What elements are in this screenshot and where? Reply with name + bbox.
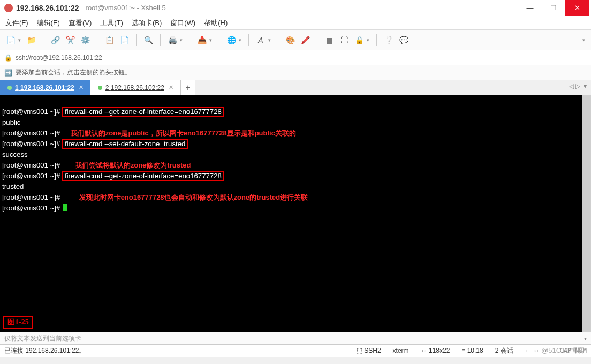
status-connection: 已连接 192.168.26.101:22。 (4, 346, 85, 355)
disconnect-icon[interactable]: ✂️ (64, 34, 77, 47)
terminal-scrollbar[interactable] (582, 95, 591, 332)
tab-nav-icon[interactable]: ◁ ▷ (569, 82, 580, 90)
toolbar: 📄▾ 📁 🔗 ✂️ ⚙️ 📋 📄 🔍 🖨️▾ 📥▾ 🌐▾ A▾ 🎨 🖍️ ▦ ⛶… (0, 30, 591, 50)
tab-close-icon[interactable]: ✕ (79, 84, 84, 91)
prompt: [root@vms001 ~]# (2, 204, 62, 212)
window-controls: — ☐ ✕ (518, 0, 589, 16)
annotation: 我们尝试将默认的zone修改为trusted (75, 161, 191, 169)
status-bar: 已连接 192.168.26.101:22。 ⬚ SSH2 xterm ↔ 11… (0, 345, 591, 357)
hint-bar: ➡️ 要添加当前会话，点击左侧的箭头按钮。 (0, 65, 591, 80)
output-line: trusted (2, 183, 24, 191)
status-session-count: 2 (495, 347, 499, 354)
tab-session-1[interactable]: 1 192.168.26.101:22 ✕ (0, 80, 90, 95)
menu-tabs[interactable]: 选项卡(B) (132, 18, 162, 28)
prompt: [root@vms001 ~]# (2, 193, 62, 201)
tab-label: 192.168.26.101:22 (20, 84, 74, 92)
tab-close-icon[interactable]: ✕ (169, 84, 173, 91)
prompt: [root@vms001 ~]# (2, 172, 62, 180)
separator (376, 34, 377, 46)
menu-edit[interactable]: 编辑(E) (37, 18, 60, 28)
tab-index: 2 (105, 84, 109, 92)
title-sub: root@vms001:~ - Xshell 5 (86, 4, 166, 12)
dropdown-icon[interactable]: ▾ (18, 37, 22, 43)
lock-icon[interactable]: 🔒 (353, 34, 366, 47)
highlight-icon[interactable]: 🖍️ (299, 34, 312, 47)
arrow-hint-icon[interactable]: ➡️ (4, 69, 12, 77)
status-size: 118x22 (429, 347, 450, 354)
compose-bar[interactable]: 仅将文本发送到当前选项卡 ▾ (0, 332, 591, 345)
toolbar-overflow-icon[interactable]: ▾ (582, 37, 587, 43)
prompt: [root@vms001 ~]# (2, 129, 62, 137)
properties-icon[interactable]: ⚙️ (79, 34, 92, 47)
status-session-nav[interactable]: ← ↔ → (525, 347, 548, 354)
status-dot-icon (98, 86, 102, 90)
fullscreen-icon[interactable]: ⛶ (338, 34, 351, 47)
status-term: xterm (393, 347, 409, 354)
close-button[interactable]: ✕ (565, 0, 589, 16)
copy-icon[interactable]: 📋 (103, 34, 116, 47)
status-cursor: 10,18 (467, 347, 483, 354)
transfer-icon[interactable]: 📥 (195, 34, 208, 47)
search-icon[interactable]: 🔍 (142, 34, 155, 47)
tab-strip: 1 192.168.26.101:22 ✕ 2 192.168.26.102:2… (0, 80, 591, 95)
print-icon[interactable]: 🖨️ (166, 34, 179, 47)
output-line: success (2, 150, 28, 158)
tab-menu-icon[interactable]: ▾ (584, 82, 587, 90)
size-icon: ↔ (421, 347, 427, 354)
app-icon (4, 4, 13, 12)
separator (160, 34, 161, 46)
status-protocol: SSH2 (364, 347, 381, 354)
menu-window[interactable]: 窗口(W) (170, 18, 195, 28)
maximize-button[interactable]: ☐ (542, 0, 565, 16)
titlebar: 192.168.26.101:22 root@vms001:~ - Xshell… (0, 0, 591, 16)
separator (317, 34, 317, 46)
proto-icon: ⬚ (357, 347, 362, 354)
minimize-button[interactable]: — (518, 0, 542, 16)
command-boxed: firewall-cmd --get-zone-of-interface=eno… (62, 107, 224, 117)
prompt: [root@vms001 ~]# (2, 108, 62, 116)
prompt: [root@vms001 ~]# (2, 140, 62, 148)
status-dot-icon (7, 86, 12, 90)
separator (43, 34, 43, 46)
terminal-area[interactable]: [root@vms001 ~]# firewall-cmd --get-zone… (0, 95, 591, 332)
chat-icon[interactable]: 💬 (397, 34, 410, 47)
new-session-icon[interactable]: 📄 (4, 34, 17, 47)
separator (248, 34, 249, 46)
open-session-icon[interactable]: 📁 (25, 34, 37, 47)
menu-file[interactable]: 文件(F) (5, 18, 28, 28)
font-icon[interactable]: A (254, 34, 267, 47)
hint-text: 要添加当前会话，点击左侧的箭头按钮。 (16, 68, 131, 77)
compose-placeholder: 仅将文本发送到当前选项卡 (4, 334, 81, 343)
address-bar[interactable]: 🔒 ssh://root@192.168.26.101:22 (0, 50, 591, 65)
ssh-lock-icon: 🔒 (4, 54, 12, 62)
annotation: 发现此时网卡eno16777728也会自动和修改为默认zone的trusted进… (79, 193, 308, 201)
tab-add-button[interactable]: + (180, 80, 195, 95)
title-main: 192.168.26.101:22 (16, 4, 79, 12)
dropdown-icon[interactable]: ▾ (268, 37, 272, 43)
menu-tools[interactable]: 工具(T) (100, 18, 123, 28)
separator (97, 34, 97, 46)
dropdown-icon[interactable]: ▾ (209, 37, 214, 43)
reconnect-icon[interactable]: 🔗 (49, 34, 62, 47)
color-icon[interactable]: 🎨 (284, 34, 297, 47)
tab-index: 1 (15, 84, 19, 92)
tab-session-2[interactable]: 2 192.168.26.102:22 ✕ (90, 80, 180, 95)
dropdown-icon[interactable]: ▾ (180, 37, 184, 43)
status-session-label: 会话 (501, 347, 513, 354)
dropdown-icon[interactable]: ▾ (367, 37, 371, 43)
paste-icon[interactable]: 📄 (118, 34, 131, 47)
globe-icon[interactable]: 🌐 (225, 34, 238, 47)
scrollbar-thumb[interactable] (582, 95, 591, 332)
menu-help[interactable]: 帮助(H) (204, 18, 228, 28)
cursor-icon: ≡ (461, 347, 465, 354)
compose-dropdown-icon[interactable]: ▾ (584, 336, 587, 342)
dropdown-icon[interactable]: ▾ (239, 37, 243, 43)
tab-label: 192.168.26.102:22 (111, 84, 164, 92)
separator (136, 34, 137, 46)
help-icon[interactable]: ❔ (382, 34, 395, 47)
separator (190, 34, 190, 46)
cursor-block (63, 204, 67, 211)
menu-view[interactable]: 查看(V) (69, 18, 92, 28)
terminal-content: [root@vms001 ~]# firewall-cmd --get-zone… (0, 95, 591, 225)
layout-icon[interactable]: ▦ (323, 34, 336, 47)
